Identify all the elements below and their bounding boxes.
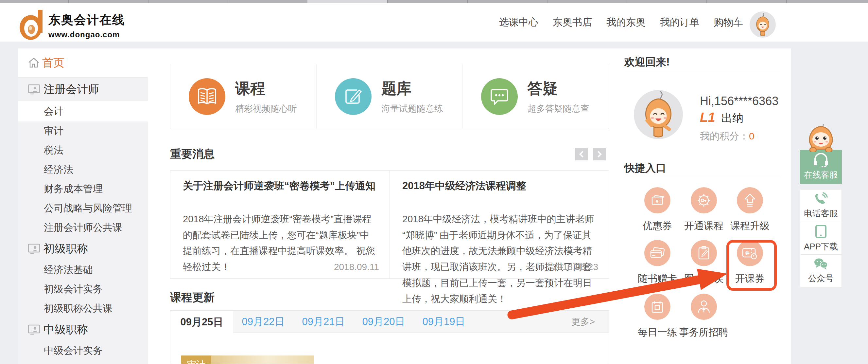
quick-entry-coupons[interactable]: ¥ 优惠券 — [633, 187, 682, 233]
sidebar-item-economic-law[interactable]: 经济法 — [18, 160, 148, 179]
news-item: 2018年中级经济法课程调整 2018年中级经济法，模考精讲班中的主讲老师“郑晓… — [390, 171, 609, 278]
official-account[interactable]: 公众号 — [800, 254, 841, 287]
news-prev-button[interactable] — [575, 148, 588, 160]
gift-cards-icon — [644, 240, 671, 266]
course-update-bar — [211, 356, 314, 364]
nav-my-dongao[interactable]: 我的东奥 — [607, 16, 646, 29]
nav-bookstore[interactable]: 东奥书店 — [553, 16, 592, 29]
feature-title: 答疑 — [528, 79, 589, 99]
sidebar-section-junior[interactable]: 初级职称 — [18, 237, 148, 260]
divider — [624, 177, 781, 177]
more-link[interactable]: 更多> — [571, 311, 595, 333]
news-date: 2018.09.11 — [334, 262, 379, 272]
sidebar-item-econ-law-basics[interactable]: 经济法基础 — [18, 260, 148, 280]
feature-cards: 课程 精彩视频随心听 题库 海量试题随意练 答疑 超多答疑随意查 — [170, 64, 609, 129]
sidebar-section-cpa[interactable]: 注册会计师 — [18, 78, 148, 101]
site-logo[interactable]: 东奥会计在线 www.dongao.com — [19, 9, 125, 42]
lecture-board-icon — [28, 84, 40, 94]
level-name: 出纳 — [721, 112, 743, 124]
sidebar-item-junior-public[interactable]: 初级职称公共课 — [18, 299, 148, 318]
feature-subtitle: 超多答疑随意查 — [528, 103, 589, 115]
sidebar-item-intermediate-practice[interactable]: 中级会计实务 — [18, 341, 148, 360]
user-avatar[interactable] — [750, 11, 776, 38]
subject-badge: 审计 — [181, 356, 211, 364]
top-navigation: 选课中心 东奥书店 我的东奥 我的订单 购物车 — [499, 3, 743, 41]
phone-service[interactable]: 电话客服 — [800, 190, 841, 222]
tab-date[interactable]: 09月20日 — [353, 311, 414, 333]
user-points: 我的积分：0 — [700, 130, 754, 143]
book-icon — [189, 78, 225, 115]
quick-entry-book-errata[interactable]: 图书勘误 — [679, 240, 728, 285]
online-service-button[interactable]: 在线客服 — [800, 150, 842, 184]
news-title[interactable]: 2018年中级经济法课程调整 — [402, 179, 597, 193]
news-next-button[interactable] — [593, 148, 606, 160]
coupon-icon: ¥ — [644, 187, 671, 214]
headset-icon — [812, 153, 829, 167]
tab-date[interactable]: 09月22日 — [233, 311, 293, 333]
news-pager — [575, 148, 606, 160]
quick-entry-gift-card[interactable]: 随书赠卡 — [633, 240, 682, 285]
sidebar-item-accounting[interactable]: 会计 — [18, 101, 148, 121]
sidebar-item-junior-practice[interactable]: 初级会计实务 — [18, 280, 148, 299]
feature-title: 题库 — [381, 79, 443, 99]
sidebar-item-audit[interactable]: 审计 — [18, 121, 148, 141]
service-panel: 电话客服 APP下载 公众号 — [800, 189, 842, 287]
lecture-board-icon — [28, 325, 40, 335]
profile-avatar[interactable] — [634, 90, 683, 139]
service-mascot-icon — [802, 124, 840, 152]
sidebar-item-cpa-public[interactable]: 注册会计师公共课 — [18, 218, 148, 237]
sidebar-item-home[interactable]: 首页 — [18, 49, 148, 78]
feature-courses[interactable]: 课程 精彩视频随心听 — [170, 64, 316, 129]
tab-date-active[interactable]: 09月25日 — [170, 311, 233, 333]
tab-date[interactable]: 09月19日 — [414, 311, 474, 333]
news-body: 2018年中级经济法，模考精讲班中的主讲老师“郑晓博” 由于老师近期身体不适，为… — [402, 211, 597, 307]
sidebar-item-tax-law[interactable]: 税法 — [18, 141, 148, 160]
sidebar-item-intermediate-econ-law[interactable]: 中级经济法 — [18, 360, 148, 364]
highlight-box — [726, 240, 777, 291]
wechat-icon — [813, 258, 829, 270]
user-level: L1 出纳 — [700, 110, 743, 126]
feature-subtitle: 精彩视频随心听 — [235, 103, 297, 115]
news-box: 关于注册会计师逆袭班“密卷模考”上传通知 2018年注册会计师逆袭班“密卷模考”… — [170, 170, 609, 279]
logo-title: 东奥会计在线 — [49, 12, 125, 28]
feature-question-bank[interactable]: 题库 海量试题随意练 — [316, 64, 462, 129]
calendar-icon — [644, 293, 671, 320]
pencil-square-icon — [335, 78, 372, 115]
course-updates-box: 09月25日 09月22日 09月21日 09月20日 09月19日 更多> 审… — [170, 310, 609, 364]
nav-cart[interactable]: 购物车 — [714, 16, 743, 29]
svg-text:¥: ¥ — [656, 198, 659, 204]
sidebar-section-intermediate[interactable]: 中级职称 — [18, 318, 148, 341]
feature-subtitle: 海量试题随意练 — [381, 103, 443, 115]
gear-key-icon — [691, 187, 717, 214]
quick-entry-title: 快捷入口 — [624, 161, 666, 175]
quick-entry-firm-recruiting[interactable]: 事务所招聘 — [679, 293, 728, 339]
quick-entry-daily-practice[interactable]: 每日一练 — [633, 293, 682, 339]
course-updates-title: 课程更新 — [170, 290, 215, 305]
home-icon — [28, 57, 39, 68]
sidebar-item-financial-cost[interactable]: 财务成本管理 — [18, 179, 148, 199]
course-update-row: 审计 — [181, 356, 314, 364]
feature-qa[interactable]: 答疑 超多答疑随意查 — [462, 64, 609, 129]
nav-my-orders[interactable]: 我的订单 — [660, 16, 699, 29]
logo-url: www.dongao.com — [49, 30, 125, 39]
mascot-avatar-icon — [750, 11, 776, 38]
clipboard-pencil-icon — [691, 240, 717, 266]
mascot-avatar-icon — [634, 90, 683, 139]
divider — [624, 73, 781, 73]
nav-course-center[interactable]: 选课中心 — [499, 16, 538, 29]
news-title[interactable]: 关于注册会计师逆袭班“密卷模考”上传通知 — [183, 179, 378, 193]
feature-title: 课程 — [235, 79, 297, 99]
left-sidebar: 首页 注册会计师 会计 审计 税法 经济法 财务成本管理 公司战略与风险管理 注… — [18, 49, 148, 364]
quick-entry-course-upgrade[interactable]: 课程升级 — [725, 187, 774, 233]
level-badge: L1 — [700, 110, 715, 124]
date-tab-strip: 09月25日 09月22日 09月21日 09月20日 09月19日 更多> — [170, 311, 609, 333]
site-header: 东奥会计在线 www.dongao.com 选课中心 东奥书店 我的东奥 我的订… — [0, 3, 868, 41]
quick-entry-activate-course[interactable]: 开通课程 — [679, 187, 728, 233]
browser-tab-strip — [0, 0, 868, 3]
sidebar-item-strategy-risk[interactable]: 公司战略与风险管理 — [18, 199, 148, 218]
tablet-icon — [815, 225, 827, 238]
tab-date[interactable]: 09月21日 — [293, 311, 353, 333]
chevron-left-icon — [579, 151, 586, 158]
app-download[interactable]: APP下载 — [800, 222, 841, 255]
news-date: 2018.08.23 — [552, 262, 598, 272]
